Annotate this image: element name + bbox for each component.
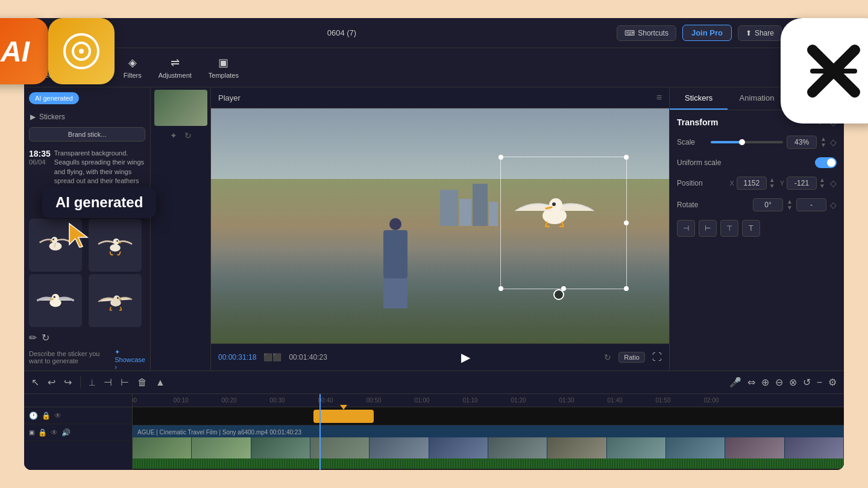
video-thumbnails	[133, 437, 844, 458]
marker-200: 02:00	[703, 397, 719, 404]
settings-icon[interactable]: ⚙	[828, 377, 837, 388]
rotate-label: Rotate	[677, 201, 698, 209]
templates-icon: ▣	[218, 56, 228, 69]
timeline-ruler: :00 00:10 00:20 00:30 00:40 00:50 01:00 …	[133, 394, 844, 407]
speed-tool[interactable]: ▲	[156, 377, 165, 388]
svg-point-2	[79, 49, 84, 54]
split-v-icon[interactable]: ⊖	[775, 377, 783, 388]
minus-icon[interactable]: −	[817, 377, 822, 388]
brand-sticker-button[interactable]: Brand stick...	[29, 127, 145, 142]
thumb-9	[607, 437, 666, 458]
svg-point-13	[54, 296, 56, 298]
canvas-sticker[interactable]	[512, 181, 597, 241]
thumb-2	[192, 437, 251, 458]
align-left-button[interactable]: ⊣	[677, 220, 695, 237]
fullscreen-icon[interactable]: ⛶	[652, 352, 662, 363]
play-button[interactable]: ▶	[461, 350, 470, 364]
pos-diamond[interactable]: ◇	[830, 178, 837, 188]
toolbar-separator-1	[80, 377, 81, 389]
rotate-dash[interactable]: -	[796, 198, 826, 211]
capcut-app-icon	[781, 18, 868, 124]
adjustment-icon: ⇌	[171, 56, 180, 69]
video-track[interactable]: AGUE | Cinematic Travel Film | Sony a640…	[133, 425, 844, 458]
shortcuts-button[interactable]: ⌨ Shortcuts	[617, 25, 676, 41]
rotate-stepper[interactable]: ▲▼	[787, 199, 793, 211]
svg-point-15	[113, 295, 120, 302]
adjustment-tool[interactable]: ⇌ Adjustment	[150, 52, 200, 83]
sticker-cell-4[interactable]	[89, 274, 142, 327]
timeline-tracks: :00 00:10 00:20 00:30 00:40 00:50 01:00 …	[133, 394, 844, 470]
sticker-clip[interactable]	[313, 410, 374, 423]
sticker-track[interactable]	[133, 407, 844, 425]
mic-icon[interactable]: 🎤	[729, 377, 741, 388]
pos-y-value[interactable]: -121	[787, 177, 817, 190]
ai-generated-tab[interactable]: AI generated	[29, 92, 79, 104]
pos-x-stepper[interactable]: ▲▼	[769, 177, 775, 189]
marker-50: 00:50	[366, 397, 381, 404]
ai-badge-overlay: AI generated	[42, 187, 156, 250]
trim-right-tool[interactable]: ⊢	[121, 377, 129, 388]
top-bar: ⬡ Audio 0604 (7) ⌨ Shortcuts Join Pro ⬆ …	[24, 18, 844, 48]
scale-stepper[interactable]: ▲▼	[820, 136, 826, 148]
filters-tool[interactable]: ◈ Filters	[115, 52, 150, 83]
scale-value[interactable]: 43%	[787, 136, 817, 149]
marker-0: :00	[133, 397, 137, 404]
position-label: Position	[677, 179, 703, 187]
trim-left-tool[interactable]: ⊣	[104, 377, 112, 388]
share-button[interactable]: ⬆ Share	[738, 25, 782, 41]
scale-diamond[interactable]: ◇	[830, 137, 837, 147]
x-label: X	[730, 180, 734, 187]
timeline-toolbar: ↖ ↩ ↪ ⟂ ⊣ ⊢ 🗑 ▲ 🎤 ⇔ ⊕ ⊖ ⊗ ↺ − ⚙	[24, 371, 844, 394]
sticker-cell-3[interactable]	[29, 274, 82, 327]
ratio-button[interactable]: Ratio	[618, 352, 645, 363]
refresh-sticker-button[interactable]: ↻	[42, 332, 49, 343]
align-text-button[interactable]: T	[742, 220, 760, 237]
scale-control: 43% ▲▼ ◇	[711, 136, 837, 149]
pos-y-stepper[interactable]: ▲▼	[819, 177, 825, 189]
templates-tool[interactable]: ▣ Templates	[200, 52, 247, 83]
join-pro-button[interactable]: Join Pro	[682, 25, 732, 41]
playhead[interactable]	[319, 394, 321, 470]
scale-slider[interactable]	[711, 141, 783, 143]
align-center-h-button[interactable]: ⊢	[699, 220, 717, 237]
player-menu-icon[interactable]: ≡	[656, 92, 662, 103]
pointer-tool[interactable]: ↖	[31, 377, 39, 388]
stickers-section[interactable]: ▶ Stickers	[24, 109, 150, 125]
sticker-actions: ✏ ↻	[29, 332, 145, 343]
keyboard-icon: ⌨	[624, 29, 635, 37]
player-controls: 00:00:31:18 ⬛⬛ 00:01:40:23 ▶ ↻ Ratio ⛶	[211, 343, 669, 371]
tool-bar: ✦ Effects ⟷ Transitions ◈ Filters ⇌ Adju…	[24, 48, 844, 87]
svg-point-19	[552, 202, 556, 206]
uniform-scale-toggle[interactable]	[815, 157, 837, 168]
delete-tool[interactable]: 🗑	[137, 377, 147, 388]
player-title: Player	[218, 93, 241, 102]
tab-animation[interactable]: Animation	[728, 87, 785, 110]
marker-10: 00:10	[173, 397, 188, 404]
timeline-right-tools: 🎤 ⇔ ⊕ ⊖ ⊗ ↺ − ⚙	[729, 377, 837, 388]
redo-tool[interactable]: ↪	[64, 377, 72, 388]
rotate-diamond[interactable]: ◇	[830, 200, 837, 210]
split-tool[interactable]: ⟂	[89, 377, 95, 388]
scale-row: Scale 43% ▲▼ ◇	[677, 136, 837, 149]
split-h-icon[interactable]: ⊗	[789, 377, 797, 388]
loop-icon[interactable]: ↻	[604, 352, 611, 362]
undo-tool[interactable]: ↩	[48, 377, 55, 388]
project-title: 0604 (7)	[327, 28, 356, 37]
preview-thumbnail[interactable]	[154, 90, 207, 126]
rotate-handle[interactable]	[553, 289, 564, 300]
video-eye-icon: 👁	[51, 428, 58, 437]
uniform-scale-row: Uniform scale	[677, 157, 837, 168]
video-lock-icon: 🔒	[38, 428, 47, 437]
share-icon: ⬆	[746, 29, 752, 37]
lock-icon: 🔒	[42, 411, 51, 420]
tab-stickers[interactable]: Stickers	[670, 87, 728, 110]
edit-sticker-button[interactable]: ✏	[29, 332, 37, 343]
merge-icon[interactable]: ⊕	[761, 377, 769, 388]
align-right-button[interactable]: ⊤	[720, 220, 738, 237]
loop-icon[interactable]: ↺	[803, 377, 811, 388]
link-icon[interactable]: ⇔	[747, 377, 755, 388]
rotate-value[interactable]: 0°	[753, 198, 783, 211]
pos-x-value[interactable]: 1152	[737, 177, 767, 190]
showcase-link[interactable]: ✦ Showcase ›	[115, 348, 145, 371]
total-time: 00:01:40:23	[289, 353, 327, 361]
